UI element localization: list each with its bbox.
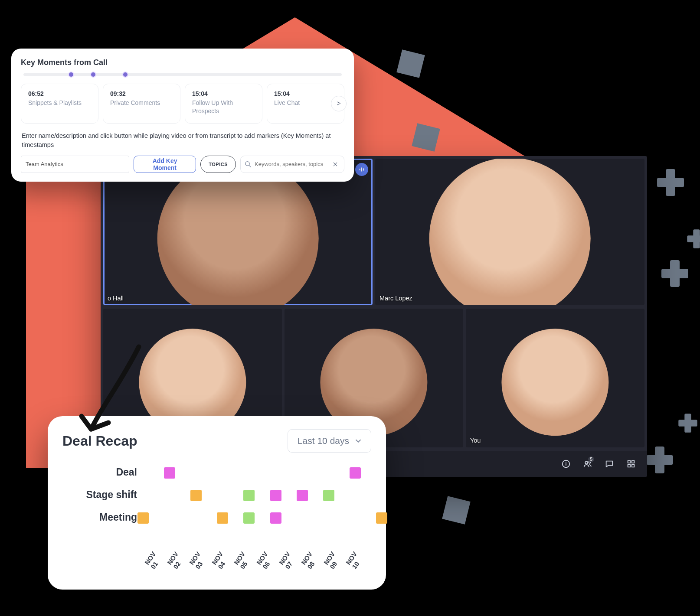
svg-rect-6 xyxy=(363,168,364,170)
chart-point[interactable] xyxy=(137,512,149,524)
key-moment-card[interactable]: 09:32 Private Comments xyxy=(103,84,180,124)
avatar xyxy=(501,329,608,436)
chart-point[interactable] xyxy=(217,512,228,524)
topics-button[interactable]: TOPICS xyxy=(200,156,236,173)
people-icon[interactable]: 5 xyxy=(579,456,596,472)
decor-plus-icon xyxy=(687,229,700,248)
helper-text: Enter name/description and click button … xyxy=(22,131,343,150)
decor-plus-icon xyxy=(657,169,684,196)
chart-point[interactable] xyxy=(243,512,255,524)
search-icon xyxy=(244,160,252,168)
chart-point[interactable] xyxy=(190,490,202,501)
chart-point[interactable] xyxy=(297,490,308,501)
timeline-marker[interactable] xyxy=(90,72,96,78)
chart-x-tick: NOV 09 xyxy=(322,544,347,570)
moment-label: Follow Up With Prospects xyxy=(192,99,255,115)
timeline-marker[interactable] xyxy=(122,72,128,78)
chart-x-tick: NOV 04 xyxy=(210,544,235,570)
chart-x-tick: NOV 10 xyxy=(344,544,369,570)
svg-point-12 xyxy=(566,462,566,463)
svg-point-14 xyxy=(585,461,588,464)
decor-plus-icon xyxy=(678,414,697,432)
svg-rect-13 xyxy=(566,463,566,466)
key-moment-card[interactable]: 15:04 Follow Up With Prospects xyxy=(185,84,262,124)
chart-x-tick: NOV 06 xyxy=(255,544,280,570)
chart-point[interactable] xyxy=(164,467,175,479)
decor-plus-icon xyxy=(661,260,688,287)
panel-title: Key Moments from Call xyxy=(21,58,344,67)
chart-x-tick: NOV 07 xyxy=(278,544,302,570)
participant-tile[interactable]: Marc Lopez xyxy=(375,159,644,305)
chevron-down-icon xyxy=(353,436,363,446)
avatar xyxy=(429,159,591,305)
key-moments-panel: Key Moments from Call 06:52 Snippets & P… xyxy=(11,49,354,182)
chat-icon[interactable] xyxy=(601,456,618,472)
key-moment-card[interactable]: 15:04 Live Chat > xyxy=(267,84,344,124)
svg-rect-4 xyxy=(360,169,360,170)
date-range-value: Last 10 days xyxy=(298,436,349,446)
svg-point-0 xyxy=(245,162,249,166)
chart-row-label: Meeting xyxy=(99,512,137,523)
moment-name-input[interactable] xyxy=(21,156,129,173)
info-icon[interactable] xyxy=(558,456,574,472)
activities-icon[interactable] xyxy=(623,456,639,472)
key-moment-card[interactable]: 06:52 Snippets & Playlists xyxy=(21,84,98,124)
add-key-moment-button[interactable]: Add Key Moment xyxy=(134,156,196,173)
decor-square xyxy=(442,496,470,524)
chart-point[interactable] xyxy=(270,512,281,524)
timeline-track[interactable] xyxy=(23,73,342,76)
chart-row-label: Deal xyxy=(116,466,137,478)
chart-point[interactable] xyxy=(323,490,334,501)
moment-time: 09:32 xyxy=(110,90,173,97)
participant-name: You xyxy=(470,437,481,444)
people-count-badge: 5 xyxy=(588,456,594,462)
moment-time: 06:52 xyxy=(28,90,91,97)
moment-time: 15:04 xyxy=(274,90,337,97)
timeline-marker[interactable] xyxy=(68,72,74,78)
participant-name: o Hall xyxy=(108,295,124,302)
moment-time: 15:04 xyxy=(192,90,255,97)
arrow-icon xyxy=(74,342,156,447)
moment-label: Live Chat xyxy=(274,99,337,107)
chart-row-label: Stage shift xyxy=(86,489,137,501)
moment-label: Snippets & Playlists xyxy=(28,99,91,107)
participant-tile[interactable]: You xyxy=(466,309,644,447)
search-field[interactable] xyxy=(240,156,344,173)
next-cards-button[interactable]: > xyxy=(331,96,347,111)
chart-point[interactable] xyxy=(376,512,387,524)
svg-rect-5 xyxy=(361,167,362,171)
moment-label: Private Comments xyxy=(110,99,173,107)
speaking-badge-icon xyxy=(355,163,368,176)
deal-recap-chart: NOV 01NOV 02NOV 03NOV 04NOV 05NOV 06NOV … xyxy=(62,464,371,551)
chart-x-tick: NOV 02 xyxy=(166,544,190,570)
chart-point[interactable] xyxy=(270,490,281,501)
decor-plus-icon xyxy=(646,447,673,473)
clear-search-icon[interactable] xyxy=(330,159,340,169)
svg-line-1 xyxy=(249,165,251,167)
chart-x-tick: NOV 03 xyxy=(188,544,213,570)
participant-name: Marc Lopez xyxy=(379,295,412,302)
chart-x-tick: NOV 08 xyxy=(300,544,324,570)
chart-x-tick: NOV 05 xyxy=(232,544,257,570)
chart-point[interactable] xyxy=(350,467,361,479)
chart-x-tick: NOV 01 xyxy=(143,544,168,570)
chart-point[interactable] xyxy=(243,490,255,501)
search-input[interactable] xyxy=(252,161,330,167)
decor-square xyxy=(396,49,425,78)
date-range-select[interactable]: Last 10 days xyxy=(288,429,371,453)
